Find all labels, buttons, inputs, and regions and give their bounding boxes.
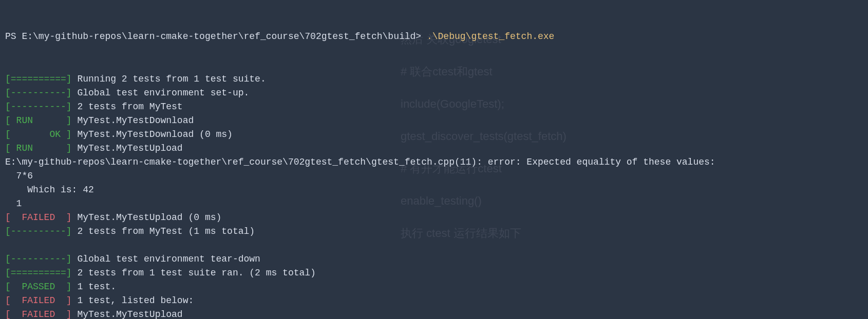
gtest-bracket-open: [ — [5, 282, 22, 292]
gtest-status: OK — [49, 129, 61, 139]
gtest-bracket: [==========] — [5, 74, 77, 84]
output-line: [ RUN ] MyTest.MyTestUpload — [5, 142, 863, 155]
output-line: [----------] 2 tests from MyTest — [5, 100, 863, 114]
output-text: MyTest.MyTestUpload — [77, 143, 182, 153]
output-text: Global test environment tear-down — [77, 254, 260, 264]
output-text: 2 tests from MyTest (1 ms total) — [77, 226, 255, 236]
output-line: 1 — [5, 197, 863, 211]
command-text: .\Debug\gtest_fetch.exe — [427, 31, 554, 42]
gtest-bracket-open: [ — [5, 143, 16, 153]
output-line: [ PASSED ] 1 test. — [5, 280, 863, 294]
output-text: MyTest.MyTestDownload — [77, 115, 194, 126]
output-text: Running 2 tests from 1 test suite. — [77, 74, 266, 84]
output-line: [----------] 2 tests from MyTest (1 ms t… — [5, 225, 863, 238]
gtest-bracket-close: ] — [55, 309, 77, 319]
prompt-path: E:\my-github-repos\learn-cmake-together\… — [22, 31, 421, 42]
output-line: [ FAILED ] 1 test, listed below: — [5, 294, 863, 308]
gtest-bracket-open: [ — [5, 295, 22, 306]
gtest-bracket-close: ] — [61, 129, 77, 139]
output-text: MyTest.MyTestUpload (0 ms) — [77, 212, 221, 223]
output-line — [5, 238, 863, 252]
terminal-output: [==========] Running 2 tests from 1 test… — [5, 72, 863, 319]
output-line: [----------] Global test environment tea… — [5, 252, 863, 266]
output-text: 1 test. — [77, 282, 116, 292]
gtest-status: FAILED — [22, 295, 55, 306]
gtest-bracket-close: ] — [33, 143, 77, 153]
gtest-bracket: [----------] — [5, 88, 77, 98]
output-line: [ RUN ] MyTest.MyTestDownload — [5, 114, 863, 128]
gtest-bracket: [----------] — [5, 102, 77, 112]
gtest-bracket: [==========] — [5, 268, 77, 278]
output-text: MyTest.MyTestUpload — [77, 309, 182, 319]
output-line: [==========] 2 tests from 1 test suite r… — [5, 266, 863, 280]
gtest-bracket: [----------] — [5, 226, 77, 236]
gtest-bracket-open: [ — [5, 115, 16, 126]
gtest-bracket-close: ] — [55, 295, 77, 306]
output-line: [ OK ] MyTest.MyTestDownload (0 ms) — [5, 128, 863, 142]
gtest-status: PASSED — [22, 282, 55, 292]
output-line: [ FAILED ] MyTest.MyTestUpload (0 ms) — [5, 211, 863, 225]
gtest-bracket-close: ] — [33, 115, 77, 126]
gtest-status: RUN — [16, 143, 33, 153]
output-line: 7*6 — [5, 169, 863, 183]
prompt-line: PS E:\my-github-repos\learn-cmake-togeth… — [5, 30, 863, 44]
output-line: Which is: 42 — [5, 183, 863, 197]
terminal-pane[interactable]: PS E:\my-github-repos\learn-cmake-togeth… — [0, 0, 868, 319]
output-text: Global test environment set-up. — [77, 88, 249, 98]
output-text: 2 tests from 1 test suite ran. (2 ms tot… — [77, 268, 315, 278]
gtest-bracket-open: [ — [5, 309, 22, 319]
gtest-bracket-open: [ — [5, 212, 22, 223]
output-line: [==========] Running 2 tests from 1 test… — [5, 72, 863, 86]
gtest-bracket-open: [ — [5, 129, 49, 139]
gtest-status: FAILED — [22, 212, 55, 223]
gtest-bracket: [----------] — [5, 254, 77, 264]
gtest-status: RUN — [16, 115, 33, 126]
output-text: MyTest.MyTestDownload (0 ms) — [77, 129, 232, 139]
output-line: E:\my-github-repos\learn-cmake-together\… — [5, 155, 863, 169]
shell-label: PS — [5, 31, 16, 42]
gtest-bracket-close: ] — [55, 212, 77, 223]
output-text: 2 tests from MyTest — [77, 102, 182, 112]
output-line: [----------] Global test environment set… — [5, 86, 863, 100]
output-line: [ FAILED ] MyTest.MyTestUpload — [5, 308, 863, 319]
gtest-bracket-close: ] — [55, 282, 77, 292]
gtest-status: FAILED — [22, 309, 55, 319]
output-text: 1 test, listed below: — [77, 295, 194, 306]
